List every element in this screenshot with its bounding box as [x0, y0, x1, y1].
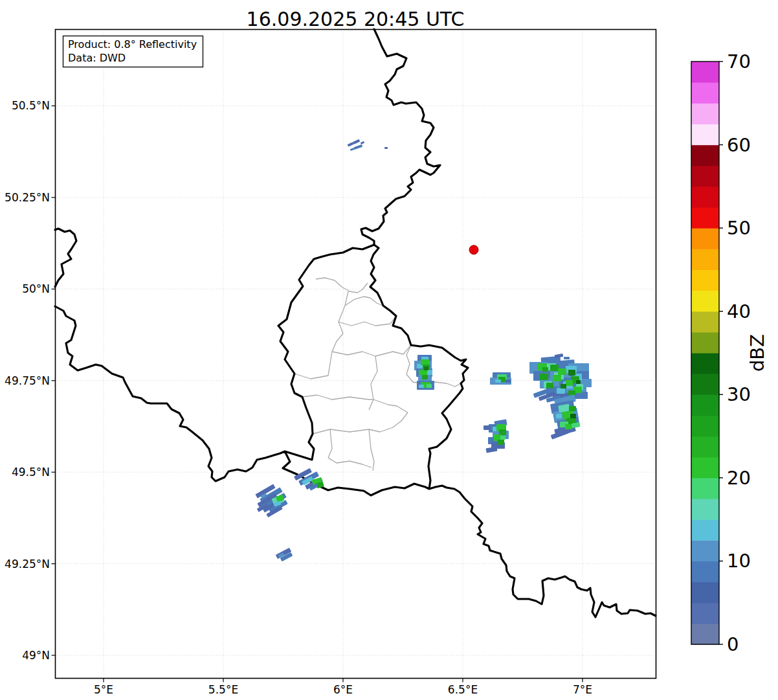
- echo-cell: [550, 365, 559, 371]
- y-tick-label: 49.5°N: [12, 466, 50, 479]
- echo-cell: [384, 147, 388, 149]
- colorbar-segment: [691, 624, 719, 645]
- colorbar-segment: [691, 394, 719, 416]
- echo-cell: [558, 368, 566, 375]
- colorbar-segment: [691, 332, 719, 354]
- colorbar-segment: [691, 457, 719, 479]
- x-tick-label: 5.5°E: [208, 683, 238, 696]
- echo-cell: [565, 424, 572, 429]
- colorbar-tick-label: 20: [727, 467, 751, 489]
- echo-cell: [568, 370, 575, 376]
- echo-cell: [427, 370, 432, 375]
- echo-streaks-southwest: [255, 484, 287, 517]
- colorbar-segment: [691, 540, 719, 561]
- colorbar-segment: [691, 561, 719, 582]
- colorbar-segment: [691, 145, 719, 166]
- echo-cell: [506, 379, 511, 383]
- x-tick-label: 6.5°E: [448, 683, 478, 696]
- colorbar-segment: [691, 228, 719, 249]
- echo-cell: [361, 141, 365, 144]
- echo-cell: [498, 440, 504, 445]
- district-borders: [295, 278, 461, 471]
- colorbar-segment: [691, 519, 719, 541]
- colorbar-segment: [691, 603, 719, 624]
- y-tick-label: 49.25°N: [5, 558, 50, 570]
- colorbar-segment: [691, 249, 719, 270]
- y-tick-label: 49°N: [22, 649, 50, 662]
- colorbar-segment: [691, 62, 719, 83]
- colorbar-segment: [691, 353, 719, 374]
- colorbar-segment: [691, 166, 719, 187]
- echo-cell: [348, 142, 354, 146]
- colorbar-tick-label: 60: [727, 134, 751, 156]
- colorbar-axis-label: dBZ: [746, 334, 768, 372]
- echo-cell: [486, 447, 498, 453]
- echo-cell: [570, 414, 576, 418]
- echo-cell: [353, 139, 361, 144]
- echo-moselle-vertical: [414, 355, 434, 390]
- x-tick-label: 5°E: [94, 683, 113, 696]
- echo-cell: [561, 384, 566, 389]
- y-tick-label: 49.75°N: [5, 374, 50, 387]
- axis-ticks-and-labels: 5°E5.5°E6°E6.5°E7°E50.5°N50.25°N50°N49.7…: [5, 99, 592, 696]
- figure-title: 16.09.2025 20:45 UTC: [247, 8, 465, 30]
- x-tick-label: 6°E: [333, 683, 353, 696]
- echo-cell: [556, 414, 562, 418]
- colorbar: 010203040506070: [691, 51, 751, 655]
- echo-cell: [427, 384, 432, 388]
- map-canvas: 5°E5.5°E6°E6.5°E7°E50.5°N50.25°N50°N49.7…: [0, 0, 778, 700]
- echo-cell: [576, 380, 581, 384]
- echo-small-blob-west-of-cluster: [490, 372, 511, 385]
- echo-cell: [419, 385, 424, 388]
- plot-frame: [56, 30, 656, 679]
- echo-cell: [354, 144, 363, 150]
- colorbar-segment: [691, 478, 719, 499]
- colorbar-segment: [691, 499, 719, 520]
- echo-cell: [557, 388, 565, 394]
- colorbar-tick-label: 10: [727, 550, 751, 572]
- colorbar-segment: [691, 291, 719, 312]
- echo-cell: [542, 367, 548, 372]
- colorbar-tick-label: 30: [727, 383, 751, 405]
- echo-cell: [422, 375, 428, 379]
- echo-cell: [499, 429, 506, 435]
- colorbar-segment: [691, 186, 719, 208]
- colorbar-segment: [691, 207, 719, 229]
- echo-small-streak-south: [276, 548, 293, 561]
- info-data-line: Data: DWD: [68, 52, 126, 64]
- country-borders: [55, 29, 656, 617]
- echo-cell: [540, 374, 548, 380]
- echo-cell: [500, 436, 506, 440]
- y-tick-label: 50°N: [22, 282, 50, 295]
- echo-cell: [350, 148, 355, 151]
- echo-cell: [553, 375, 561, 381]
- echo-south-middle: [483, 419, 509, 453]
- echo-cell: [424, 367, 428, 370]
- colorbar-tick-label: 40: [727, 300, 751, 322]
- colorbar-segment: [691, 311, 719, 333]
- gridlines: [56, 30, 656, 679]
- colorbar-segment: [691, 374, 719, 395]
- colorbar-segment: [691, 269, 719, 291]
- echo-southeast-column: [550, 394, 581, 440]
- radar-site-marker: [469, 245, 478, 254]
- echo-cell: [495, 379, 501, 383]
- colorbar-segment: [691, 436, 719, 458]
- echo-cell: [569, 406, 576, 411]
- echo-cell: [568, 390, 575, 396]
- colorbar-segment: [691, 124, 719, 145]
- colorbar-segment: [691, 103, 719, 124]
- colorbar-tick-label: 0: [727, 633, 739, 655]
- radar-echoes: [255, 139, 592, 561]
- echo-north-small: [348, 139, 388, 151]
- colorbar-segment: [691, 415, 719, 436]
- y-tick-label: 50.5°N: [12, 99, 50, 112]
- colorbar-segment: [691, 582, 719, 604]
- echo-cell: [419, 370, 427, 375]
- echo-cell: [555, 354, 564, 358]
- info-product-line: Product: 0.8° Reflectivity: [68, 38, 197, 51]
- colorbar-tick-label: 50: [727, 217, 751, 239]
- echo-cell: [564, 357, 570, 359]
- y-tick-label: 50.25°N: [5, 191, 50, 204]
- colorbar-tick-label: 70: [727, 51, 751, 73]
